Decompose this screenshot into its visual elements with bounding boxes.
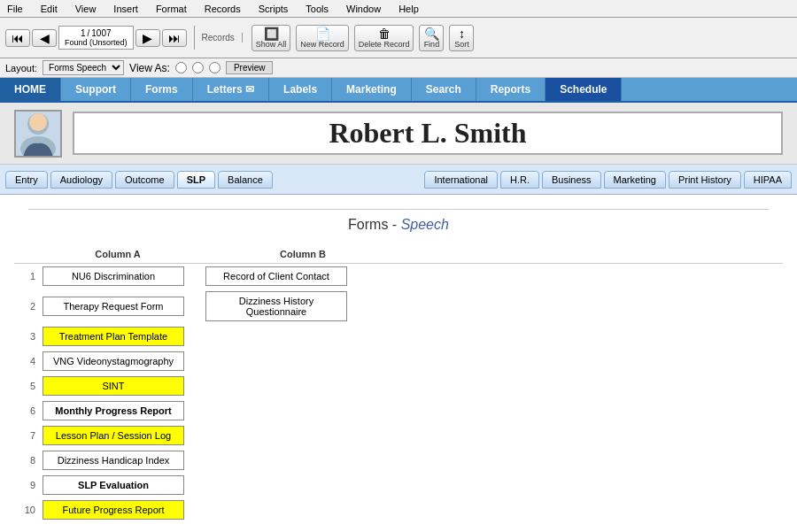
subtab-outcome[interactable]: Outcome (115, 171, 174, 189)
subtab-audiology[interactable]: Audiology (50, 171, 112, 189)
subtab-slp[interactable]: SLP (177, 171, 215, 189)
svg-point-2 (29, 113, 47, 131)
subtab-hipaa[interactable]: HIPAA (744, 171, 792, 189)
table-row: 3 Treatment Plan Template (14, 324, 783, 349)
toolbar: ⏮ ◀ 1 / 1007 Found (Unsorted) ▶ ⏭ Record… (0, 18, 797, 58)
form-btn-future-progress[interactable]: Future Progress Report (43, 500, 184, 520)
tab-reports[interactable]: Reports (476, 78, 546, 101)
table-row: 9 SLP Evaluation (14, 473, 783, 497)
records-nav: 1 / 1007 (81, 28, 112, 38)
show-all-btn[interactable]: 🔲 Show All (251, 25, 291, 51)
sub-tabs: Entry Audiology Outcome SLP Balance Inte… (0, 165, 797, 195)
table-row: 2 Therapy Request Form Dizziness History… (14, 289, 783, 324)
nav-tabs: HOME Support Forms Letters ✉ Labels Mark… (0, 78, 797, 103)
subtab-marketing[interactable]: Marketing (604, 171, 666, 189)
records-info: 1 / 1007 Found (Unsorted) (58, 26, 134, 50)
nav-first-btn[interactable]: ⏮ (5, 29, 30, 47)
col-b-header: Column B (214, 249, 391, 259)
menu-view[interactable]: View (72, 4, 100, 14)
find-btn[interactable]: 🔍 Find (419, 25, 444, 51)
layout-label: Layout: (5, 63, 37, 73)
form-btn-monthly-progress[interactable]: Monthly Progress Report (43, 401, 184, 420)
view-label: View As: (129, 62, 170, 74)
table-row: 1 NU6 Discrimination Record of Client Co… (14, 264, 783, 289)
form-btn-dizziness-history[interactable]: Dizziness History Questionnaire (205, 291, 347, 321)
top-divider (28, 209, 769, 210)
tab-letters[interactable]: Letters ✉ (193, 78, 269, 101)
menu-tools[interactable]: Tools (302, 4, 332, 14)
records-total: 1007 (91, 28, 111, 38)
table-row: 7 Lesson Plan / Session Log (14, 423, 783, 448)
view-radio-1[interactable] (175, 62, 187, 73)
nav-next-btn[interactable]: ▶ (135, 29, 160, 47)
new-record-btn[interactable]: 📄 New Record (296, 25, 349, 51)
records-status: Found (Unsorted) (65, 38, 128, 47)
layout-select[interactable]: Forms Speech (43, 60, 124, 75)
preview-btn[interactable]: Preview (226, 61, 274, 74)
subtab-business[interactable]: Business (542, 171, 601, 189)
records-label: Records (202, 33, 243, 42)
nav-group: ⏮ ◀ 1 / 1007 Found (Unsorted) ▶ ⏭ (5, 26, 195, 50)
subtab-entry[interactable]: Entry (5, 171, 48, 189)
tab-home[interactable]: HOME (0, 78, 61, 101)
form-btn-therapy-request[interactable]: Therapy Request Form (43, 297, 184, 316)
subtab-international[interactable]: International (424, 171, 498, 189)
column-headers: Column A Column B (14, 245, 783, 264)
tab-support[interactable]: Support (61, 78, 131, 101)
form-btn-vng[interactable]: VNG Videonystagmography (43, 351, 184, 371)
col-a-header: Column A (43, 249, 193, 259)
table-row: 4 VNG Videonystagmography (14, 349, 783, 374)
form-btn-lesson-plan[interactable]: Lesson Plan / Session Log (43, 426, 184, 445)
form-btn-dizziness-handicap[interactable]: Dizziness Handicap Index (43, 451, 184, 470)
tab-marketing[interactable]: Marketing (332, 78, 412, 101)
layout-bar: Layout: Forms Speech View As: Preview (0, 58, 797, 78)
subtab-balance[interactable]: Balance (218, 171, 273, 189)
form-btn-nu6[interactable]: NU6 Discrimination (43, 266, 184, 286)
subtab-print-history[interactable]: Print History (669, 171, 741, 189)
records-current: 1 (81, 28, 86, 38)
tab-forms[interactable]: Forms (131, 78, 193, 101)
table-row: 8 Dizziness Handicap Index (14, 448, 783, 473)
content: Forms - Speech Column A Column B 1 NU6 D… (0, 195, 797, 531)
menu-scripts[interactable]: Scripts (255, 4, 292, 14)
form-btn-slp-evaluation[interactable]: SLP Evaluation (43, 475, 184, 495)
avatar (14, 110, 62, 158)
patient-name: Robert L. Smith (73, 112, 783, 155)
sort-btn[interactable]: ↕ Sort (449, 25, 474, 51)
tab-schedule[interactable]: Schedule (546, 78, 622, 101)
form-btn-record-client[interactable]: Record of Client Contact (205, 266, 347, 286)
subtab-hr[interactable]: H.R. (500, 171, 539, 189)
content-area: Forms - Speech Column A Column B 1 NU6 D… (0, 195, 797, 532)
delete-record-btn[interactable]: 🗑 Delete Record (354, 25, 414, 51)
patient-header: Robert L. Smith (0, 103, 797, 165)
tab-search[interactable]: Search (412, 78, 476, 101)
table-row: 6 Monthly Progress Report (14, 398, 783, 423)
tab-labels[interactable]: Labels (269, 78, 332, 101)
menu-help[interactable]: Help (395, 4, 422, 14)
nav-last-btn[interactable]: ⏭ (162, 29, 187, 47)
nav-prev-btn[interactable]: ◀ (32, 29, 57, 47)
menu-format[interactable]: Format (152, 4, 190, 14)
forms-title: Forms - Speech (14, 217, 783, 233)
menu-file[interactable]: File (4, 4, 27, 14)
form-btn-sint[interactable]: SINT (43, 376, 184, 396)
menu-records[interactable]: Records (201, 4, 244, 14)
menu-edit[interactable]: Edit (37, 4, 61, 14)
menu-window[interactable]: Window (343, 4, 384, 14)
form-btn-treatment-plan[interactable]: Treatment Plan Template (43, 327, 184, 346)
table-row: 5 SINT (14, 374, 783, 398)
view-radio-3[interactable] (209, 62, 221, 73)
view-radio-2[interactable] (192, 62, 204, 73)
menu-bar: File Edit View Insert Format Records Scr… (0, 0, 797, 18)
menu-insert[interactable]: Insert (110, 4, 142, 14)
table-row: 10 Future Progress Report (14, 497, 783, 522)
